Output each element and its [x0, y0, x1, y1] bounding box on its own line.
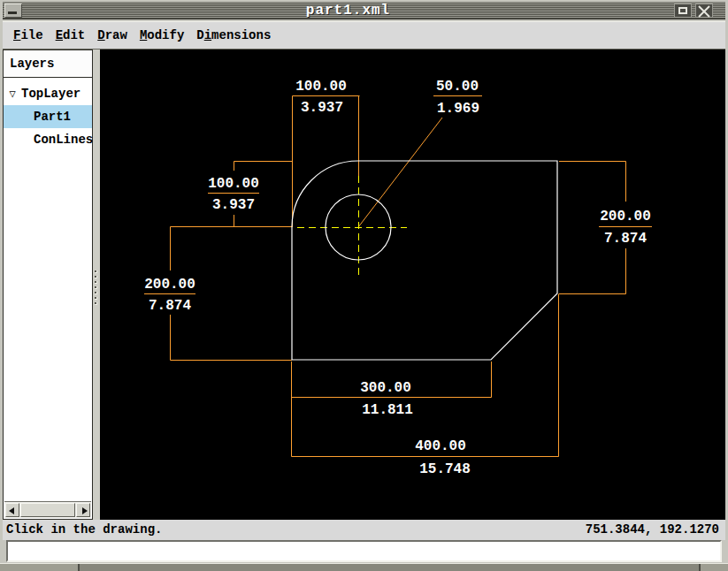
- window-bottom-frame[interactable]: [0, 563, 728, 571]
- scrollbar-thumb[interactable]: [20, 503, 75, 517]
- close-button[interactable]: [695, 4, 713, 18]
- dim-radius-secondary: 1.969: [437, 101, 479, 117]
- layers-panel: Layers ▽TopLayer Part1 ConLines: [3, 49, 93, 520]
- part-outline: [292, 161, 557, 360]
- layer-item-toplayer[interactable]: ▽TopLayer: [4, 82, 92, 105]
- dim-radius-primary: 50.00: [436, 79, 479, 95]
- dim-right-secondary: 7.874: [604, 231, 647, 247]
- panel-splitter[interactable]: [93, 49, 100, 520]
- dim-left-upper-primary: 100.00: [208, 176, 259, 192]
- status-bar: Click in the drawing. 751.3844, 192.1270: [3, 520, 725, 540]
- menu-bar: File Edit Draw Modify Dimensions: [3, 21, 725, 49]
- splitter-grip-icon: [95, 270, 97, 308]
- layers-horizontal-scrollbar[interactable]: [4, 501, 91, 518]
- cursor-coordinates: 751.3844, 192.1270: [586, 520, 719, 540]
- dimension-labels: 100.00 3.937 50.00 1.969 100.00 3.937 20…: [144, 79, 651, 477]
- menu-draw[interactable]: Draw: [91, 25, 134, 46]
- title-bar: part1.xml: [3, 2, 725, 19]
- dim-left-lower-primary: 200.00: [144, 277, 195, 293]
- dim-left-lower-secondary: 7.874: [149, 298, 191, 314]
- command-entry-frame: [6, 540, 722, 562]
- expander-icon[interactable]: ▽: [4, 83, 21, 106]
- iconify-button[interactable]: [4, 4, 22, 18]
- iconify-icon: [8, 11, 17, 14]
- window-title: part1.xml: [24, 3, 672, 19]
- dim-bottom-outer-primary: 400.00: [415, 438, 466, 454]
- command-input[interactable]: [8, 542, 720, 560]
- menu-edit[interactable]: Edit: [50, 25, 92, 46]
- status-message: Click in the drawing.: [6, 520, 162, 540]
- drawing-canvas[interactable]: 100.00 3.937 50.00 1.969 100.00 3.937 20…: [100, 49, 725, 520]
- layer-item-part1[interactable]: Part1: [4, 105, 92, 128]
- layer-label: Part1: [34, 110, 71, 124]
- layer-tree: ▽TopLayer Part1 ConLines: [4, 78, 92, 151]
- scroll-right-button[interactable]: [76, 503, 90, 517]
- layer-item-conlines[interactable]: ConLines: [4, 128, 92, 151]
- menu-modify[interactable]: Modify: [134, 25, 190, 46]
- dim-top-width-secondary: 3.937: [301, 100, 343, 116]
- maximize-button[interactable]: [674, 4, 692, 18]
- dim-right-primary: 200.00: [600, 209, 651, 225]
- right-arrow-icon: [82, 507, 88, 514]
- dim-bottom-outer-secondary: 15.748: [419, 461, 471, 477]
- drawing-area: 100.00 3.937 50.00 1.969 100.00 3.937 20…: [100, 49, 725, 520]
- dim-left-upper-secondary: 3.937: [212, 197, 255, 213]
- scroll-left-button[interactable]: [5, 503, 19, 517]
- close-icon: [698, 5, 710, 18]
- maximize-icon: [678, 7, 687, 14]
- dim-top-width-primary: 100.00: [295, 79, 347, 95]
- resize-grip-left[interactable]: [0, 564, 80, 571]
- layer-label: TopLayer: [21, 87, 80, 101]
- left-arrow-icon: [9, 507, 14, 514]
- dim-bottom-inner-primary: 300.00: [360, 380, 411, 396]
- dim-bottom-inner-secondary: 11.811: [362, 402, 413, 418]
- layers-panel-header: Layers: [4, 50, 92, 78]
- layer-label: ConLines: [34, 133, 93, 147]
- resize-grip-right[interactable]: [699, 564, 728, 571]
- menu-dimensions[interactable]: Dimensions: [190, 25, 277, 46]
- menu-file[interactable]: File: [7, 25, 50, 46]
